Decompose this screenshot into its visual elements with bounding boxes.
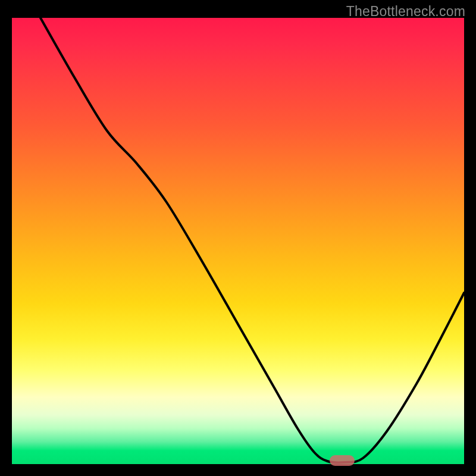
chart-svg xyxy=(12,18,464,464)
optimal-marker xyxy=(330,455,355,466)
watermark-text: TheBottleneck.com xyxy=(346,4,465,20)
bottleneck-curve xyxy=(40,18,464,462)
